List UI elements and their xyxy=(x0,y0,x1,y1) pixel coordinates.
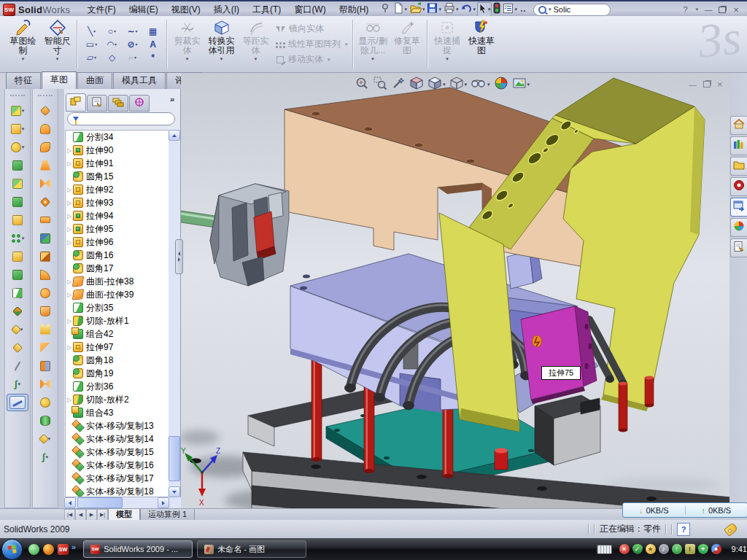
close-button[interactable]: × xyxy=(731,4,741,15)
tree-item[interactable]: ▷拉伸93 xyxy=(66,196,169,209)
tree-tab-configuration-manager[interactable] xyxy=(108,95,128,112)
expand-arrow-icon[interactable]: ▷ xyxy=(66,344,73,351)
help-button[interactable]: ? xyxy=(680,5,690,14)
expand-arrow-icon[interactable]: ▷ xyxy=(66,200,73,206)
zoom-fit-button[interactable] xyxy=(355,76,369,93)
sketch-entity-button[interactable]: A xyxy=(143,39,163,50)
rib-button[interactable] xyxy=(5,247,30,265)
minimize-button[interactable]: — xyxy=(703,5,713,14)
updater-tray-icon[interactable]: ↑ xyxy=(672,544,682,554)
trim-entities-button[interactable]: 剪裁实体▾ xyxy=(170,16,204,72)
solidworks-forum-button[interactable] xyxy=(730,177,747,196)
freeform-button[interactable] xyxy=(33,229,58,247)
part-guide-block[interactable] xyxy=(535,395,600,465)
swept-surface-button[interactable] xyxy=(33,138,58,156)
fillet-button[interactable]: ▾ xyxy=(5,138,30,156)
pattern-entities-button[interactable]: 线性草图阵列▾ xyxy=(275,38,348,51)
expand-arrow-icon[interactable]: ▷ xyxy=(66,226,73,233)
reference-geometry-button[interactable]: ▾ xyxy=(5,320,30,338)
search-dropdown-icon[interactable]: ▾ xyxy=(549,7,551,12)
solidworks-resources-button[interactable] xyxy=(730,116,747,135)
dropdown-arrow-icon[interactable]: ▾ xyxy=(22,56,25,62)
display-delete-relations-button[interactable]: 显示/删除几...▾ xyxy=(356,16,390,72)
lofted-boss-button[interactable] xyxy=(5,192,30,211)
display-style-button[interactable]: ▾ xyxy=(449,76,468,93)
print-button[interactable]: ▾ xyxy=(443,3,460,16)
tab-模具工具[interactable]: 模具工具 xyxy=(113,72,166,89)
planar-surface-button[interactable] xyxy=(33,211,58,229)
linear-pattern-button[interactable]: ▾ xyxy=(5,229,30,247)
taskbar-button-0[interactable]: SWSolidWorks 2009 - ... xyxy=(83,540,193,558)
tree-item[interactable]: 实体-移动/复制13 xyxy=(66,419,169,432)
revolved-boss-button[interactable] xyxy=(5,156,30,174)
tree-item[interactable]: 实体-移动/复制17 xyxy=(66,472,169,485)
search-input[interactable]: ▾ Solic xyxy=(533,4,611,16)
tree-item[interactable]: 实体-移动/复制14 xyxy=(66,432,169,446)
quick-launch-solidworks[interactable]: SW xyxy=(58,544,69,555)
expand-arrow-icon[interactable]: ▷ xyxy=(66,187,73,193)
model-tab-nav-0[interactable]: |◀ xyxy=(64,509,75,521)
move-entities-button[interactable]: 移动实体▾ xyxy=(275,53,348,66)
rebuild-button[interactable] xyxy=(492,3,501,16)
expand-arrow-icon[interactable]: ▷ xyxy=(66,239,73,246)
pin-button[interactable] xyxy=(379,3,392,16)
tree-tab-property-manager[interactable] xyxy=(87,95,107,112)
dropdown-arrow-icon[interactable]: ▾ xyxy=(114,28,116,34)
convert-entities-button[interactable]: 转换实体引用▾ xyxy=(204,16,239,72)
model-tab-0[interactable]: 模型 xyxy=(108,509,140,521)
doc-restore-button[interactable] xyxy=(703,81,711,88)
rapid-sketch-button[interactable]: 快速草图 xyxy=(465,16,499,72)
sketch-entity-button[interactable]: ▦ xyxy=(143,26,163,37)
appearances-button[interactable] xyxy=(494,76,508,93)
dropdown-arrow-icon[interactable]: ▾ xyxy=(446,56,449,62)
dropdown-arrow-icon[interactable]: ▾ xyxy=(18,381,21,387)
surface-reference-geometry-button[interactable]: ▾ xyxy=(33,429,58,448)
extruded-cut-button[interactable]: ▾ xyxy=(5,120,30,138)
smart-dimension-button[interactable]: 智能尺寸▾ xyxy=(40,16,74,72)
design-library-button[interactable] xyxy=(730,136,747,155)
dropdown-arrow-icon[interactable]: ▾ xyxy=(93,28,96,34)
move-copy-body-button[interactable] xyxy=(5,302,30,320)
sync-tray-icon[interactable]: ● xyxy=(711,544,721,554)
dropdown-arrow-icon[interactable]: ▾ xyxy=(456,7,459,12)
quick-launch-messenger[interactable] xyxy=(28,544,39,555)
dropdown-arrow-icon[interactable]: ▾ xyxy=(22,126,25,132)
panel-splitter[interactable] xyxy=(175,239,183,274)
save-button[interactable]: ▾ xyxy=(426,3,442,16)
dropdown-arrow-icon[interactable]: ▾ xyxy=(22,236,25,241)
tab-草图[interactable]: 草图 xyxy=(42,71,77,89)
tree-item[interactable]: ▷拉伸91 xyxy=(66,157,169,170)
dropdown-arrow-icon[interactable]: ▾ xyxy=(328,57,330,63)
new-document-button[interactable]: ▾ xyxy=(392,3,408,16)
offset-surface-button[interactable] xyxy=(33,247,58,265)
scene-button[interactable]: ▾ xyxy=(512,76,530,93)
dropdown-arrow-icon[interactable]: ▾ xyxy=(404,7,407,12)
sketch-entity-button[interactable]: * xyxy=(143,52,163,63)
doc-minimize-button[interactable]: — xyxy=(689,80,697,89)
dropdown-arrow-icon[interactable]: ▾ xyxy=(527,82,530,88)
tree-item[interactable]: 实体-移动/复制15 xyxy=(66,446,169,459)
tree-horizontal-scrollbar[interactable] xyxy=(64,497,181,508)
dropdown-arrow-icon[interactable]: ▾ xyxy=(220,56,223,62)
tree-item[interactable]: ▷拉伸92 xyxy=(66,183,169,196)
tab-特征[interactable]: 特征 xyxy=(6,72,41,89)
dropdown-arrow-icon[interactable]: ▾ xyxy=(136,28,138,34)
dropdown-arrow-icon[interactable]: ▾ xyxy=(22,108,25,114)
replace-face-button[interactable] xyxy=(33,302,58,320)
measure-button[interactable] xyxy=(5,393,30,411)
graphics-area[interactable]: Y Z X xyxy=(181,73,729,508)
sketch-entity-button[interactable]: ○▾ xyxy=(102,26,122,37)
sketch-button[interactable]: 草图绘制▾ xyxy=(6,16,40,72)
tree-item[interactable]: 圆角16 xyxy=(66,249,169,262)
fillet-surface-button[interactable] xyxy=(33,393,58,411)
tree-item[interactable]: 分割36 xyxy=(66,380,169,393)
tree-item[interactable]: 圆角19 xyxy=(66,367,169,380)
revolved-surface-button[interactable] xyxy=(33,120,58,138)
tree-tab-feature-manager[interactable] xyxy=(66,93,86,112)
dropdown-arrow-icon[interactable]: ▾ xyxy=(95,42,97,47)
dropdown-arrow-icon[interactable]: ▾ xyxy=(488,7,491,12)
ruled-surface-button[interactable] xyxy=(33,265,58,284)
zoom-area-button[interactable] xyxy=(373,76,387,93)
tree-item[interactable]: 圆角15 xyxy=(66,170,169,183)
tree-item[interactable]: 实体-移动/复制16 xyxy=(66,459,169,472)
